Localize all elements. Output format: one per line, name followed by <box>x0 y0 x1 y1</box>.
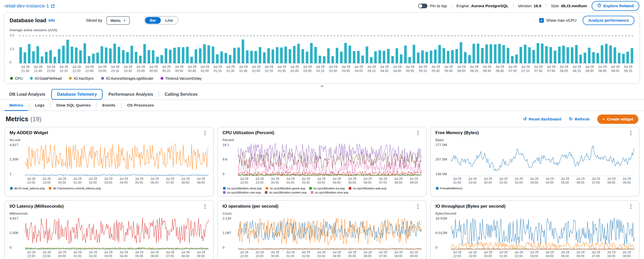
load-chart-x-axis-labels: Jul 2821:30Jul 2821:45Jul 2822:00Jul 282… <box>19 65 634 73</box>
x-axis-tick: Jul 2903:30 <box>327 65 340 73</box>
x-axis-tick: Jul 2905:00 <box>557 250 573 258</box>
x-axis-tick: Jul 2900:00 <box>54 250 70 258</box>
widget-unit-label: Percent <box>222 138 422 142</box>
x-axis-tick: Jul 2904:00 <box>329 250 345 258</box>
show-max-vcpu-checkbox[interactable]: ✓ Show max vCPU <box>539 18 576 23</box>
widget-menu-button[interactable]: ⋮ <box>627 204 634 209</box>
widget-chart-area: 2,1341,0670 <box>222 216 422 249</box>
bar-toggle-button[interactable]: Bar <box>145 17 161 24</box>
legend-item[interactable]: IO:AuroraStorageLogAllocate <box>101 76 153 80</box>
explore-related-button[interactable]: Explore Related <box>592 1 639 11</box>
widget-unit-label: Milliseconds <box>10 212 209 215</box>
widget-line-chart[interactable] <box>238 216 422 249</box>
legend-item[interactable]: FreeableMemory <box>436 187 463 190</box>
legend-item[interactable]: IO:XactSync <box>69 76 94 80</box>
widget-chart-area: 277.0M207.5M138.0M <box>435 143 634 176</box>
widget-menu-button[interactable]: ⋮ <box>201 204 209 209</box>
widget-line-chart[interactable] <box>451 143 634 176</box>
legend-item[interactable]: CPU <box>10 76 23 80</box>
x-axis-tick: Jul 2908:00 <box>391 250 406 258</box>
instance-title-link[interactable]: retail-dev-instance-1 <box>5 3 55 9</box>
widget-line-chart[interactable] <box>238 143 422 176</box>
legend-item[interactable]: os.cpuUtilization.guest.avg <box>266 187 305 190</box>
widget-menu-button[interactable]: ⋮ <box>414 204 422 209</box>
metrics-header: Metrics(19) ↺ Reset dashboard ↻ Refresh … <box>0 111 644 126</box>
info-link[interactable]: Info <box>48 18 55 22</box>
x-axis-tick: Jul 2900:00 <box>54 177 70 185</box>
legend-color-swatch <box>436 187 439 190</box>
legend-item[interactable]: os.cpuUtilization.irq.avg <box>309 187 345 190</box>
analyze-performance-button[interactable]: Analyze performance <box>583 16 634 25</box>
legend-item[interactable]: IO:DataFileRead <box>30 76 62 80</box>
x-axis-tick: Jul 2903:00 <box>527 250 542 258</box>
y-axis-tick: 8.012M <box>435 231 449 235</box>
telemetry-sub-tab-bar: MetricsLogsSlow SQL QueriesEventsOS Proc… <box>0 100 644 111</box>
tab-os-processes[interactable]: OS Processes <box>121 100 160 111</box>
widget-y-axis-ticks: 16.02M8.012M0 <box>435 216 451 249</box>
x-axis-tick: Jul 2908:30 <box>583 65 596 73</box>
widget-menu-button[interactable]: ⋮ <box>414 130 422 135</box>
legend-item[interactable]: os.cpuUtilization.steal.avg <box>223 187 261 190</box>
widget-menu-button[interactable]: ⋮ <box>627 130 634 135</box>
y-axis-tick: 1,067 <box>222 231 236 235</box>
legend-item[interactable]: Timeout:VacuumDelay <box>161 76 202 80</box>
legend-item[interactable]: os.cpuUtilization.wait.avg <box>349 187 386 190</box>
x-axis-tick: Jul 2823:30 <box>122 65 134 73</box>
reset-dashboard-link[interactable]: ↺ Reset dashboard <box>523 116 561 122</box>
y-axis-tick: 2.0 <box>10 33 14 37</box>
legend-item[interactable]: os.cpuUtilization.nice.avg <box>311 191 348 194</box>
sliced-by-dropdown[interactable]: Waits ▼ <box>106 16 130 25</box>
tab-performance-analysis[interactable]: Performance Analysis <box>103 89 159 100</box>
x-axis-tick: Jul 2900:00 <box>480 250 496 258</box>
load-section-resize-handle[interactable]: = <box>0 84 644 89</box>
x-axis-tick: Jul 2903:15 <box>314 65 327 73</box>
x-axis-tick: Jul 2823:45 <box>134 65 147 73</box>
refresh-link[interactable]: ↻ Refresh <box>569 116 590 122</box>
x-axis-tick: Jul 2906:15 <box>468 65 481 73</box>
tab-metrics[interactable]: Metrics <box>4 100 29 111</box>
x-axis-tick: Jul 2822:45 <box>83 65 96 73</box>
widget-line-chart[interactable] <box>25 143 209 176</box>
widget-y-axis-ticks: 2,1341,0670 <box>222 216 238 249</box>
show-max-vcpu-label: Show max vCPU <box>546 18 576 23</box>
widget-unit-label: Count <box>222 212 422 215</box>
x-axis-tick: Jul 2906:00 <box>360 250 375 258</box>
tab-db-load-analysis[interactable]: DB Load Analysis <box>4 89 51 100</box>
tab-logs[interactable]: Logs <box>29 100 50 111</box>
x-axis-tick: Jul 2908:00 <box>178 250 193 258</box>
widget-title: CPU Utilization (Percent) <box>222 130 274 135</box>
tab-slow-sql-queries[interactable]: Slow SQL Queries <box>50 100 96 111</box>
create-widget-button[interactable]: + Create widget <box>597 115 638 124</box>
legend-item[interactable]: db.Transactions.commit_latency.avg <box>49 187 101 190</box>
widget-line-chart[interactable] <box>25 216 209 249</box>
tab-events[interactable]: Events <box>97 100 121 111</box>
widget-line-chart[interactable] <box>451 216 634 249</box>
tab-calling-services[interactable]: Calling Services <box>159 89 203 100</box>
metric-widget: IO throughput (Bytes per second)⋮Bytes/S… <box>431 200 639 259</box>
database-load-chart[interactable]: 2.01.00 <box>10 34 634 63</box>
line-toggle-button[interactable]: Line <box>161 17 178 24</box>
load-bar-chart[interactable] <box>19 34 634 63</box>
x-axis-tick: Jul 2907:00 <box>375 250 391 258</box>
tab-database-telemetry[interactable]: Database Telemetry <box>51 89 103 100</box>
x-axis-tick: Jul 2823:00 <box>252 177 267 185</box>
x-axis-tick: Jul 2906:30 <box>481 65 494 73</box>
main-tab-bar: DB Load AnalysisDatabase TelemetryPerfor… <box>0 89 644 100</box>
x-axis-tick: Jul 2902:00 <box>250 65 263 73</box>
sliced-by-label: Sliced by <box>86 18 102 23</box>
engine-info: Engine: Aurora PostgreSQL <box>456 4 508 8</box>
legend-item[interactable]: os.cpuUtilization.system.avg <box>265 191 306 194</box>
metrics-title: Metrics(19) <box>6 115 41 123</box>
x-axis-tick: Jul 2906:45 <box>493 65 506 73</box>
x-axis-tick: Jul 2908:00 <box>178 177 193 185</box>
x-axis-tick: Jul 2906:00 <box>573 177 588 185</box>
x-axis-tick: Jul 2904:00 <box>542 250 558 258</box>
legend-color-dot <box>10 77 13 80</box>
legend-item[interactable]: os.cpuUtilization.user.avg <box>223 191 261 194</box>
widget-menu-button[interactable]: ⋮ <box>201 130 209 135</box>
x-axis-tick: Jul 2909:00 <box>609 65 622 73</box>
legend-color-swatch <box>265 191 267 194</box>
metrics-count: (19) <box>30 116 42 123</box>
legend-item[interactable]: db.IO.read_latency.avg <box>10 187 45 190</box>
pin-to-top-toggle[interactable]: Pin to top <box>418 4 447 8</box>
